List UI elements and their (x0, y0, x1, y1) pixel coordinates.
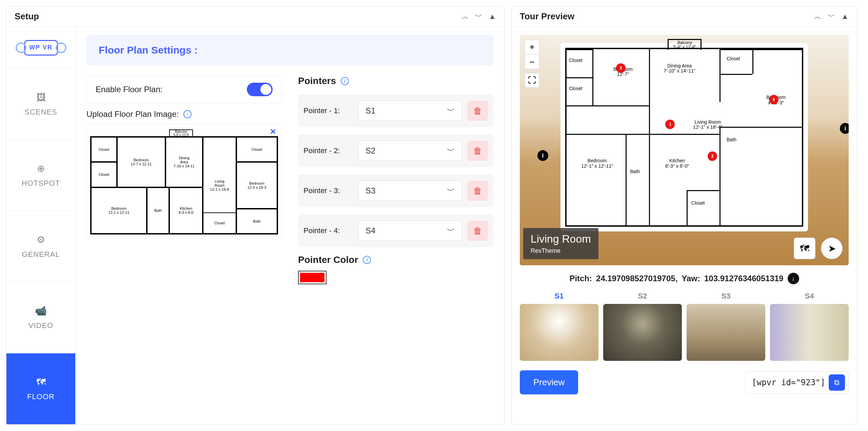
pointer-4-label: Pointer - 4: (303, 226, 353, 235)
panel-up-icon[interactable]: ︿ (461, 12, 469, 22)
fp-dining-dim: 7'-10" x 14'-11" (664, 68, 695, 74)
scene-s2-image (603, 304, 682, 361)
scene-thumb-s3[interactable]: S3 (687, 292, 765, 361)
tour-preview-panel: Tour Preview ︿ ﹀ ▲ + − ⛶ i i Balcony5'-8… (511, 6, 857, 425)
panorama-viewer[interactable]: + − ⛶ i i Balcony5'-8" x 12'-8" (520, 35, 849, 265)
nav-general-label: GENERAL (22, 250, 60, 259)
info-hotspot-right[interactable]: i (840, 123, 849, 134)
scene-s1-label: S1 (520, 292, 598, 301)
preview-title: Tour Preview (520, 11, 574, 22)
upload-remove-icon[interactable]: ✕ (270, 127, 276, 136)
pointer-2-delete[interactable]: 🗑 (468, 141, 488, 161)
gear-icon: ⚙ (37, 234, 45, 245)
scene-thumb-s2[interactable]: S2 (603, 292, 682, 361)
floorplan-pointer-1[interactable]: 1 (665, 120, 675, 129)
setup-right-col: Pointers i Pointer - 1: S1 ﹀ 🗑 Pointer -… (298, 76, 493, 284)
settings-header: Floor Plan Settings : (86, 35, 493, 65)
chevron-down-icon: ﹀ (447, 145, 455, 156)
info-icon[interactable]: i (363, 256, 371, 264)
nav-floor[interactable]: 🗺 FLOOR (6, 353, 75, 425)
floorplan-toggle-button[interactable]: 🗺 (794, 238, 815, 259)
pointer-4-delete[interactable]: 🗑 (468, 221, 488, 241)
copy-shortcode-button[interactable]: ⧉ (829, 374, 845, 391)
pointer-2-value: S2 (366, 146, 375, 156)
preview-button[interactable]: Preview (520, 370, 578, 394)
setup-title: Setup (15, 11, 39, 22)
fp-dining: Dining Area (667, 63, 692, 68)
info-hotspot-left[interactable]: i (537, 150, 548, 161)
enable-floorplan-label: Enable Floor Plan: (96, 85, 162, 94)
viewer-scene-author: RexTheme (531, 247, 591, 254)
fp-bedroom-bl-dim: 12'-1" x 12'-11" (581, 163, 613, 169)
scene-s4-image (770, 304, 849, 361)
pointer-3-value: S3 (366, 186, 375, 196)
nav-hotspot-label: HOTSPOT (22, 179, 60, 188)
preview-panel-header: Tour Preview ︿ ﹀ ▲ (512, 6, 857, 27)
panel-up-icon[interactable]: ︿ (814, 12, 822, 22)
pointer-1-label: Pointer - 1: (303, 106, 353, 115)
floorplan-pointer-4[interactable]: 4 (769, 95, 778, 104)
pointers-title: Pointers (298, 76, 336, 86)
panel-collapse-icon[interactable]: ▲ (489, 12, 496, 21)
nav-scenes-label: SCENES (24, 108, 57, 117)
fp-kitchen-dim: 8'-3" x 8'-0" (665, 163, 689, 169)
fp-closet-1: Closet (569, 58, 583, 63)
nav-hotspot[interactable]: ⊕ HOTSPOT (6, 140, 75, 211)
setup-panel-controls: ︿ ﹀ ▲ (461, 12, 496, 22)
pointer-2-select[interactable]: S2 ﹀ (358, 141, 462, 161)
trash-icon: 🗑 (473, 106, 482, 116)
side-nav: WP VR 🖼 SCENES ⊕ HOTSPOT ⚙ GENERAL 📹 VID… (6, 27, 76, 425)
scene-thumb-s4[interactable]: S4 (770, 292, 849, 361)
chevron-down-icon: ﹀ (447, 185, 455, 196)
pointer-3-label: Pointer - 3: (303, 186, 353, 195)
fp-living: Living Room (694, 119, 721, 125)
viewer-scene-title: Living Room (531, 233, 591, 245)
enable-floorplan-card: Enable Floor Plan: (86, 76, 282, 103)
nav-general[interactable]: ⚙ GENERAL (6, 211, 75, 282)
floorplan-pointer-3[interactable]: 3 (616, 63, 626, 73)
copy-pitch-yaw-button[interactable]: ↓ (788, 273, 799, 284)
pointer-1-select[interactable]: S1 ﹀ (358, 101, 462, 121)
chevron-down-icon: ﹀ (447, 105, 455, 116)
pointer-4-value: S4 (366, 226, 375, 235)
pointer-color-swatch[interactable] (298, 271, 327, 284)
pointer-3-select[interactable]: S3 ﹀ (358, 181, 462, 201)
compass-button[interactable]: ➤ (821, 238, 843, 259)
pointer-1-delete[interactable]: 🗑 (468, 101, 488, 121)
scene-s4-label: S4 (770, 292, 849, 301)
panel-collapse-icon[interactable]: ▲ (841, 12, 849, 21)
upload-preview: ✕ Balcony5-8 x 12-8 Closet Closet Bedroo… (86, 124, 282, 238)
enable-floorplan-toggle[interactable] (247, 83, 273, 96)
scene-s3-label: S3 (687, 292, 765, 301)
floorplan-big[interactable]: Balcony5'-8" x 12'-8" (565, 48, 803, 227)
pointer-color-value (300, 273, 324, 282)
pointer-4-select[interactable]: S4 ﹀ (358, 221, 462, 241)
yaw-value: 103.91276346051319 (704, 274, 784, 283)
map-icon: 🗺 (36, 376, 46, 388)
pitch-label: Pitch: (569, 274, 592, 283)
info-icon[interactable]: i (341, 77, 349, 85)
setup-panel-header: Setup ︿ ﹀ ▲ (6, 6, 504, 27)
panel-down-icon[interactable]: ﹀ (828, 12, 835, 22)
fullscreen-button[interactable]: ⛶ (525, 73, 539, 88)
pointers-title-row: Pointers i (298, 76, 493, 86)
pointer-1-value: S1 (366, 106, 375, 116)
scene-thumb-s1[interactable]: S1 (520, 292, 598, 361)
panel-down-icon[interactable]: ﹀ (475, 12, 482, 22)
zoom-out-button[interactable]: − (525, 55, 539, 69)
info-icon[interactable]: i (183, 110, 192, 118)
fp-balcony-dim: 5'-8" x 12'-8" (673, 45, 696, 49)
floorplan-pointer-2[interactable]: 2 (708, 151, 717, 161)
shortcode-text: [wpvr id="923"] (752, 378, 825, 387)
nav-floor-label: FLOOR (27, 392, 55, 401)
upload-label-row: Upload Floor Plan Image: i (86, 109, 282, 119)
pointer-3-delete[interactable]: 🗑 (468, 181, 488, 201)
nav-scenes[interactable]: 🖼 SCENES (6, 69, 75, 140)
fp-living-dim: 12'-1" x 18'-4" (693, 124, 722, 130)
scene-s1-image (520, 304, 598, 361)
scene-s3-image (687, 304, 765, 361)
preview-bottom-row: Preview [wpvr id="923"] ⧉ (520, 370, 849, 394)
nav-video[interactable]: 📹 VIDEO (6, 282, 75, 353)
zoom-in-button[interactable]: + (525, 40, 539, 55)
floorplan-thumbnail[interactable]: Balcony5-8 x 12-8 Closet Closet Bedroom1… (90, 136, 278, 234)
